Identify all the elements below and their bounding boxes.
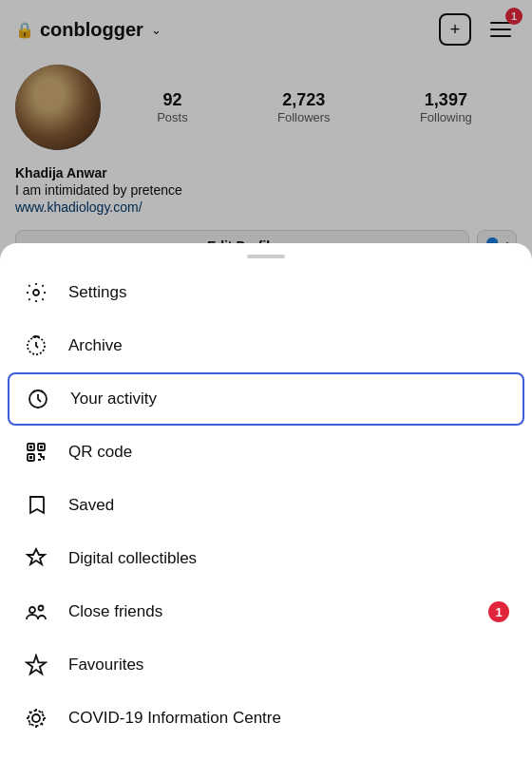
digital-collectibles-label: Digital collectibles <box>68 549 197 568</box>
close-friends-badge: 1 <box>488 601 509 622</box>
saved-icon <box>23 492 49 519</box>
menu-item-archive[interactable]: Archive <box>0 319 532 372</box>
close-friends-label: Close friends <box>68 602 162 621</box>
menu-item-saved[interactable]: Saved <box>0 479 532 532</box>
svg-point-9 <box>29 607 35 613</box>
qr-code-label: QR code <box>68 443 132 462</box>
qr-code-icon <box>23 439 49 466</box>
svg-point-10 <box>39 606 44 611</box>
menu-item-qr-code[interactable]: QR code <box>0 426 532 479</box>
menu-item-your-activity[interactable]: Your activity <box>8 372 524 426</box>
covid-label: COVID-19 Information Centre <box>68 709 281 728</box>
menu-item-favourites[interactable]: Favourites <box>0 638 532 692</box>
menu-item-settings[interactable]: Settings <box>0 266 532 319</box>
menu-item-close-friends[interactable]: Close friends 1 <box>0 585 532 638</box>
menu-item-covid[interactable]: COVID-19 Information Centre <box>0 692 532 745</box>
svg-point-0 <box>33 290 39 295</box>
your-activity-label: Your activity <box>70 390 157 408</box>
archive-label: Archive <box>68 336 123 355</box>
sheet-handle <box>247 255 285 258</box>
saved-label: Saved <box>68 496 114 515</box>
svg-point-12 <box>28 711 44 726</box>
covid-icon <box>23 705 49 732</box>
favourites-label: Favourites <box>68 656 143 674</box>
close-friends-icon <box>23 598 49 625</box>
activity-icon <box>25 386 51 412</box>
favourites-icon <box>23 652 49 678</box>
bottom-sheet: Settings Archive Your activity QR code <box>0 243 532 760</box>
svg-rect-6 <box>29 446 32 448</box>
digital-collectibles-icon <box>23 545 49 572</box>
menu-item-digital-collectibles[interactable]: Digital collectibles <box>0 532 532 585</box>
svg-rect-8 <box>29 456 32 459</box>
settings-icon <box>23 279 49 306</box>
svg-rect-7 <box>40 446 43 448</box>
settings-label: Settings <box>68 283 126 302</box>
svg-point-11 <box>32 714 40 722</box>
archive-icon <box>23 332 49 359</box>
